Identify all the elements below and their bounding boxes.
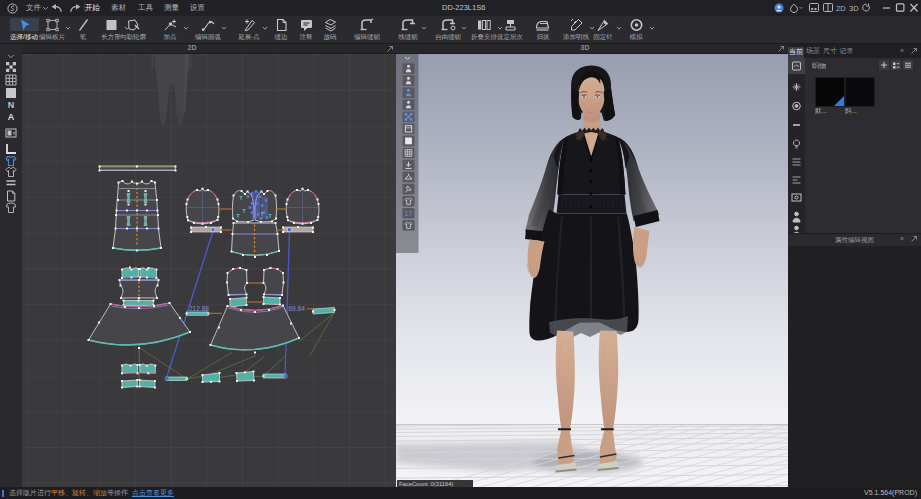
svg-text:17: 17 <box>405 210 413 217</box>
svg-text:FaceCount: 0(31164): FaceCount: 0(31164) <box>399 481 453 487</box>
svg-text:69.84: 69.84 <box>289 305 306 312</box>
svg-text:3D: 3D <box>849 4 859 13</box>
svg-text:212.88: 212.88 <box>189 304 209 311</box>
svg-text:2D: 2D <box>836 4 846 13</box>
